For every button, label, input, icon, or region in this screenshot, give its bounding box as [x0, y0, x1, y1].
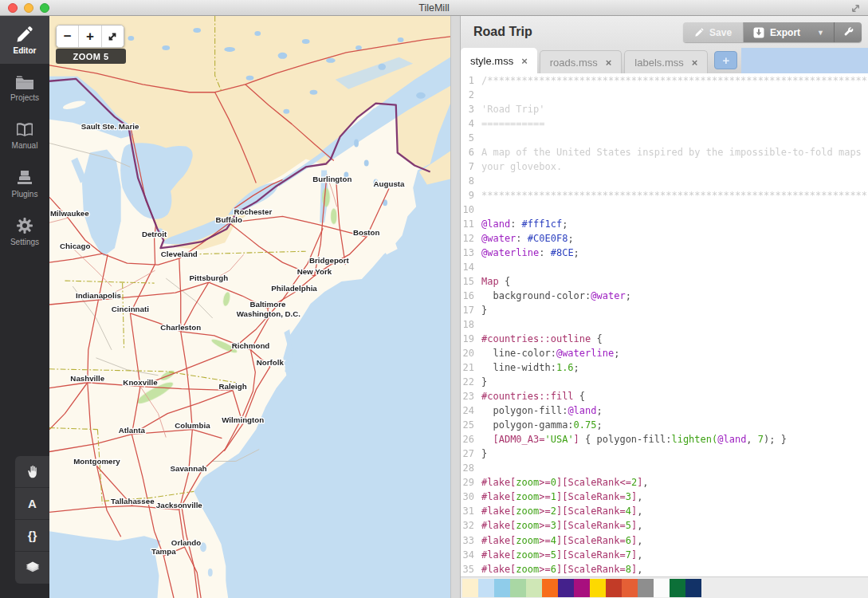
palette-swatch[interactable] — [606, 579, 622, 597]
line-number: 12 — [461, 231, 481, 246]
city-label: Washington, D.C. — [237, 309, 301, 318]
line-number: 9 — [461, 188, 481, 203]
code-line: 27} — [461, 447, 868, 461]
plugin-icon — [14, 168, 35, 187]
code-editor[interactable]: 1/**************************************… — [461, 73, 868, 576]
sidebar-item-settings[interactable]: Settings — [0, 207, 49, 255]
palette-swatch[interactable] — [590, 579, 606, 597]
palette-swatch[interactable] — [574, 579, 590, 597]
export-button[interactable]: Export ▼ — [744, 22, 835, 42]
city-label: Charleston — [160, 323, 201, 332]
city-label: Columbia — [175, 420, 210, 429]
fullscreen-icon[interactable] — [850, 2, 862, 14]
line-number: 3 — [461, 102, 481, 116]
line-number: 20 — [461, 346, 481, 360]
braces-icon: {} — [28, 529, 37, 542]
zoom-out-button[interactable]: − — [57, 26, 79, 47]
palette-swatch[interactable] — [638, 579, 654, 597]
city-label: Bridgeport — [309, 256, 350, 265]
close-icon[interactable]: × — [606, 57, 612, 69]
code-line: 20 line-color:@waterline; — [461, 346, 868, 360]
zoom-in-button[interactable]: + — [79, 26, 101, 47]
palette-swatch[interactable] — [542, 579, 558, 597]
code-line: 13@waterline: #8CE; — [461, 246, 868, 260]
city-label: Wilmington — [222, 415, 264, 424]
new-tab-highlight-strip[interactable] — [741, 48, 868, 73]
sidebar-item-label: Plugins — [12, 190, 38, 199]
tab-style-mss[interactable]: style.mss × — [461, 48, 537, 73]
sidebar-item-manual[interactable]: Manual — [0, 112, 49, 159]
code-line: 4=========== — [461, 116, 868, 131]
sidebar-item-label: Editor — [14, 46, 37, 55]
palette-swatch[interactable] — [478, 579, 494, 597]
code-line: 22} — [461, 375, 868, 389]
line-number: 26 — [461, 432, 481, 447]
palette-swatch[interactable] — [526, 579, 542, 597]
palette-swatch[interactable] — [558, 579, 574, 597]
line-number: 31 — [461, 504, 481, 518]
line-number: 1 — [461, 73, 481, 88]
color-palette-bar — [461, 576, 868, 598]
city-label: Orlando — [171, 538, 201, 547]
sidebar-item-projects[interactable]: Projects — [0, 64, 49, 112]
gear-icon — [15, 216, 34, 235]
palette-swatch[interactable] — [685, 579, 701, 597]
city-label: Cleveland — [161, 250, 198, 258]
city-label: Augusta — [373, 179, 404, 188]
book-icon — [14, 121, 35, 139]
folder-icon — [14, 73, 35, 91]
city-label: Tampa — [151, 547, 176, 556]
close-icon[interactable]: × — [692, 57, 698, 69]
save-button[interactable]: Save — [683, 22, 744, 42]
city-label: Sault Ste. Marie — [81, 122, 139, 131]
expand-diagonal-icon — [107, 31, 118, 42]
sidebar: Editor Projects Manual Plugins — [0, 16, 49, 598]
line-number: 17 — [461, 303, 481, 317]
code-line: 34#lake[zoom>=5][ScaleRank=7], — [461, 548, 868, 562]
city-label: Boston — [353, 228, 380, 237]
tab-labels-mss[interactable]: labels.mss × — [624, 50, 708, 73]
city-label: Nashville — [70, 374, 104, 383]
map-preview[interactable]: Sault Ste. MarieMilwaukeeChicagoDetroitC… — [49, 16, 450, 598]
add-stylesheet-button[interactable]: + — [714, 51, 737, 69]
code-line: 14 — [461, 260, 868, 274]
palette-swatch[interactable] — [494, 579, 510, 597]
layers-icon — [25, 560, 41, 576]
sidebar-item-plugins[interactable]: Plugins — [0, 159, 49, 207]
palette-swatch[interactable] — [670, 579, 685, 597]
tab-roads-mss[interactable]: roads.mss × — [540, 50, 623, 73]
layers-tool-button[interactable] — [15, 552, 49, 584]
title-bar: TileMill — [0, 0, 868, 16]
fonts-tool-button[interactable]: A — [15, 488, 49, 520]
city-label: Atlanta — [119, 425, 146, 434]
pan-tool-button[interactable] — [15, 456, 49, 488]
project-settings-button[interactable] — [835, 22, 862, 42]
code-line: 9***************************************… — [461, 188, 868, 203]
close-icon[interactable]: × — [521, 55, 528, 67]
line-number: 23 — [461, 389, 481, 403]
map-canvas[interactable]: Sault Ste. MarieMilwaukeeChicagoDetroitC… — [49, 16, 450, 598]
code-line: 28 — [461, 461, 868, 475]
code-line: 30#lake[zoom>=1][ScaleRank=3], — [461, 490, 868, 504]
carto-reference-tool-button[interactable]: {} — [15, 520, 49, 552]
code-line: 17} — [461, 303, 868, 317]
palette-swatch[interactable] — [510, 579, 526, 597]
panel-divider[interactable] — [450, 16, 461, 598]
sidebar-item-label: Projects — [10, 93, 39, 102]
tab-bar: style.mss × roads.mss × labels.mss × + — [461, 48, 868, 73]
code-line: 32#lake[zoom>=3][ScaleRank=5], — [461, 518, 868, 533]
line-number: 15 — [461, 274, 481, 289]
line-number: 29 — [461, 475, 481, 490]
code-line: 31#lake[zoom>=2][ScaleRank=4], — [461, 504, 868, 518]
line-number: 21 — [461, 360, 481, 375]
tab-label: labels.mss — [634, 57, 683, 69]
map-fullscreen-button[interactable] — [102, 26, 124, 47]
sidebar-item-editor[interactable]: Editor — [0, 16, 49, 64]
palette-swatch[interactable] — [654, 579, 670, 597]
palette-swatch[interactable] — [622, 579, 638, 597]
line-number: 6 — [461, 145, 481, 159]
city-label: Savannah — [170, 464, 206, 473]
palette-swatch[interactable] — [462, 579, 478, 597]
code-line: 2 — [461, 88, 868, 102]
line-number: 11 — [461, 217, 481, 231]
